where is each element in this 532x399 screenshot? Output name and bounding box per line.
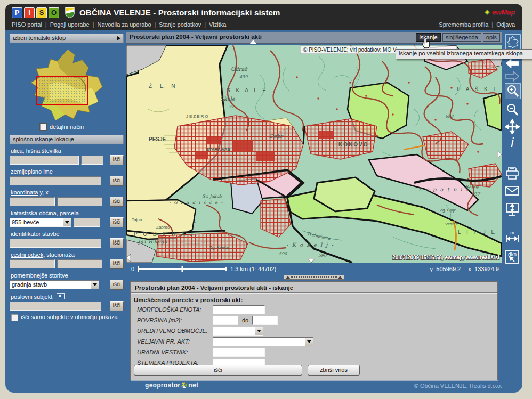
layers-legend-button[interactable]: sloji/legenda <box>442 33 481 42</box>
cursor-coordinates: y=505969.2x=133924.9 <box>422 266 499 272</box>
svg-text:STARA VAS: STARA VAS <box>206 147 230 152</box>
panel-splitter-handle[interactable] <box>284 275 344 280</box>
area-to-input[interactable] <box>252 316 278 325</box>
scale-bar-row: 0 1.3 km (1: 44702) y=505969.2x=133924.9 <box>126 264 502 275</box>
parcel-input[interactable] <box>74 218 100 227</box>
chevron-down-icon[interactable] <box>305 338 313 346</box>
coordinate-y-input[interactable] <box>10 197 55 206</box>
building-link[interactable]: identifikator stavbe <box>11 231 60 237</box>
zoom-out-icon[interactable] <box>505 102 520 117</box>
official-gazette-input[interactable] <box>213 348 265 357</box>
cadastre-search-button[interactable]: išči <box>110 217 124 227</box>
geoname-input[interactable] <box>10 176 101 185</box>
splitter-dots <box>291 276 337 278</box>
menu-piso-portal[interactable]: PISO portal <box>12 21 42 28</box>
svg-text:PESJE: PESJE <box>149 136 166 142</box>
business-input[interactable] <box>10 302 101 311</box>
dkn-icon[interactable]: dkn <box>505 249 520 264</box>
svg-text:Ž E N: Ž E N <box>149 83 179 89</box>
menu-navodila[interactable]: Navodila za uporabo <box>90 21 151 28</box>
overview-map[interactable] <box>17 47 116 122</box>
area-filter-label: išči samo subjekte v območju prikaza <box>21 314 118 320</box>
road-link[interactable]: cestni odsek <box>11 251 43 258</box>
morphological-unit-input[interactable] <box>213 305 265 314</box>
splitter-up-icon <box>338 276 342 279</box>
collapse-up-icon[interactable] <box>250 40 256 44</box>
extent-rectangle[interactable] <box>36 77 87 104</box>
street-search-button[interactable]: išči <box>110 155 124 165</box>
menu-stanje-podatkov[interactable]: Stanje podatkov <box>151 21 201 28</box>
mail-icon[interactable] <box>505 185 520 196</box>
geoname-search-button[interactable]: išči <box>110 176 124 186</box>
geoprostor-logo[interactable]: geoprostor net <box>145 381 198 389</box>
scale-bar[interactable] <box>138 265 227 273</box>
map-canvas[interactable]: Ž E N Odraž 499 Š K A L E Škale 31 JEZER… <box>126 45 502 263</box>
official-gazette-label: URADNI VESTNIK: <box>137 349 213 355</box>
business-row: išči <box>10 301 124 311</box>
menu-sprememba-profila[interactable]: Sprememba profila <box>439 21 488 28</box>
house-number-input[interactable] <box>81 156 103 165</box>
pan-icon[interactable] <box>505 119 520 134</box>
zoom-in-icon[interactable] <box>505 83 521 99</box>
svg-text:698: 698 <box>445 114 454 119</box>
svg-text:Vešter: Vešter <box>445 222 457 226</box>
app-footer: geoprostor net © Občina VELENJE, Realis … <box>5 379 522 393</box>
chevron-down-icon[interactable] <box>91 281 99 289</box>
coordinate-x-input[interactable] <box>57 197 102 206</box>
full-extent-icon[interactable] <box>505 34 521 50</box>
screen-size-icon[interactable] <box>505 202 520 216</box>
geoprostor-net-label: net <box>188 381 198 389</box>
coordinate-search-button[interactable]: išči <box>110 197 124 207</box>
chevron-down-icon[interactable] <box>63 218 71 226</box>
area-from-input[interactable] <box>213 316 238 325</box>
menu-vizitka[interactable]: Vizitka <box>201 21 226 28</box>
sidebar: izberi tematski sklop <box>10 34 124 321</box>
building-input[interactable] <box>10 239 101 248</box>
description-button[interactable]: opis <box>483 33 500 42</box>
scale-text: 1.3 km (1: 44702) <box>230 266 276 272</box>
services-row: gradnja stavb išči <box>10 280 124 290</box>
area-label: POVRŠINA [m2]: <box>137 317 213 323</box>
valid-act-select[interactable] <box>213 337 313 346</box>
building-search-button[interactable]: išči <box>110 238 124 248</box>
back-arrow-icon[interactable] <box>505 58 520 69</box>
coordinate-link[interactable]: koordinata <box>11 189 38 196</box>
planning-zone-select[interactable] <box>213 327 263 336</box>
street-input[interactable] <box>10 156 79 165</box>
municipality-shield-icon <box>65 7 75 18</box>
detail-mode-label: detajlni način <box>50 124 84 130</box>
road-station-input[interactable] <box>57 259 102 268</box>
coordinate-x-value: x=133924.9 <box>468 266 499 272</box>
services-search-button[interactable]: išči <box>110 280 124 290</box>
svg-text:- K o ž e l j -: - K o ž e l j - <box>286 242 334 248</box>
map-title-bar: Prostorski plan 2004 - Veljavni prostors… <box>126 32 502 44</box>
road-search-button[interactable]: išči <box>110 259 124 269</box>
chevron-down-icon[interactable] <box>255 327 263 335</box>
panel-search-button[interactable]: išči <box>134 365 302 376</box>
svg-text:590: 590 <box>279 251 287 256</box>
street-row: išči <box>10 155 124 165</box>
topic-select-header[interactable]: izberi tematski sklop <box>10 34 124 43</box>
ewmap-logo: ewMap <box>483 8 515 16</box>
measure-icon[interactable]: m <box>505 230 520 243</box>
menu-odjava[interactable]: Odjava <box>488 21 515 28</box>
scale-ratio-link[interactable]: 44702 <box>258 266 275 272</box>
map-tools-toolbar: i <box>503 30 522 379</box>
forward-arrow-icon[interactable] <box>505 70 520 82</box>
morphological-unit-label: MORFOLOŠKA ENOTA: <box>137 306 213 313</box>
valid-act-row: VELJAVNI PR. AKT: <box>131 336 497 347</box>
services-label: pomembnejše storitve <box>11 272 124 279</box>
business-search-button[interactable]: išči <box>110 301 124 311</box>
cadastre-select[interactable]: 955-bevče <box>10 218 71 227</box>
detail-mode-checkbox[interactable] <box>39 123 47 131</box>
menu-pogoji-uporabe[interactable]: Pogoji uporabe <box>42 21 90 28</box>
area-row: POVRŠINA [m2]: do <box>131 315 497 325</box>
road-section-input[interactable] <box>10 259 55 268</box>
info-icon[interactable]: i <box>505 135 520 150</box>
business-options-icon[interactable] <box>57 293 65 299</box>
area-filter-checkbox[interactable] <box>11 314 18 321</box>
svg-text:Zg. Kavče: Zg. Kavče <box>209 245 229 250</box>
print-icon[interactable] <box>505 166 520 180</box>
services-select[interactable]: gradnja stavb <box>10 280 99 289</box>
panel-clear-button[interactable]: zbriši vnos <box>308 365 360 376</box>
